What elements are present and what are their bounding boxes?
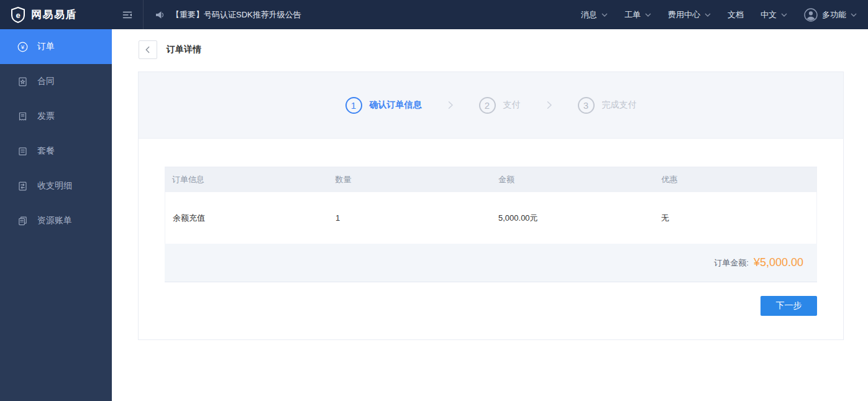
announcement-bar[interactable]: 【重要】号码认证SDK推荐升级公告 [144, 9, 301, 21]
sidebar-item-label: 收支明细 [37, 180, 72, 191]
cell-amount: 5,000.00元 [491, 213, 654, 224]
collapse-menu-icon [121, 9, 134, 21]
chevron-right-icon [544, 100, 554, 110]
order-table: 订单信息 数量 金额 优惠 余额充值 1 5,000.00元 无 订单金额: ¥… [165, 167, 817, 282]
topbar: e 网易易盾 【重要】号码认证SDK推荐升级公告 消息 [0, 0, 868, 29]
nav-work-orders[interactable]: 工单 [624, 9, 651, 21]
cell-order-info: 余额充值 [165, 213, 328, 224]
table-row: 余额充值 1 5,000.00元 无 [165, 192, 817, 244]
cell-discount: 无 [654, 213, 816, 224]
order-detail-card: 1 确认订单信息 2 支付 [138, 71, 844, 340]
sidebar-item-resource-bills[interactable]: 资源账单 [0, 203, 112, 238]
sidebar-item-invoices[interactable]: 发票 [0, 99, 112, 134]
sidebar-collapse-button[interactable] [112, 0, 144, 29]
sidebar-item-label: 资源账单 [37, 215, 72, 226]
speaker-icon [155, 10, 165, 20]
chevron-down-icon [645, 13, 651, 17]
step-label: 确认订单信息 [370, 99, 422, 111]
stepper-bar: 1 确认订单信息 2 支付 [139, 72, 843, 139]
nav-label: 中文 [761, 9, 777, 21]
contract-icon [17, 76, 28, 87]
svg-text:e: e [16, 10, 20, 19]
top-navigation: 消息 工单 费用中心 文档 中文 [581, 8, 868, 22]
order-total-value: ¥5,000.00 [754, 256, 803, 269]
sidebar-item-transactions[interactable]: 收支明细 [0, 168, 112, 203]
logo-text: 网易易盾 [31, 7, 77, 22]
order-total-label: 订单金额: [714, 257, 749, 269]
avatar-icon [804, 8, 818, 22]
shield-logo-icon: e [11, 7, 25, 23]
chevron-right-icon [445, 100, 455, 110]
sidebar-item-packages[interactable]: 套餐 [0, 134, 112, 168]
column-header-amount: 金额 [491, 174, 654, 185]
nav-label: 工单 [624, 9, 641, 21]
nav-label: 消息 [581, 9, 597, 21]
steps: 1 确认订单信息 2 支付 [345, 97, 637, 114]
column-header-order-info: 订单信息 [165, 174, 328, 185]
chevron-down-icon [705, 13, 711, 17]
nav-messages[interactable]: 消息 [581, 9, 608, 21]
step-confirm-order: 1 确认订单信息 [345, 97, 422, 114]
nav-language[interactable]: 中文 [761, 9, 787, 21]
user-menu[interactable]: 多功能 [804, 8, 857, 22]
chevron-left-icon [144, 45, 152, 54]
sidebar-item-label: 发票 [37, 111, 55, 122]
svg-text:¥: ¥ [21, 44, 25, 50]
main-content: 订单详情 1 确认订单信息 2 支付 [112, 29, 868, 401]
step-number-badge: 3 [578, 97, 595, 114]
order-total-row: 订单金额: ¥5,000.00 [165, 244, 817, 282]
chevron-down-icon [601, 13, 608, 17]
step-label: 支付 [503, 99, 521, 111]
nav-label: 费用中心 [668, 9, 700, 21]
package-icon [17, 146, 28, 157]
page-title: 订单详情 [167, 44, 201, 55]
logo[interactable]: e 网易易盾 [0, 0, 112, 29]
back-button[interactable] [139, 40, 157, 59]
sidebar: ¥ 订单 合同 发票 套餐 [0, 29, 112, 401]
nav-docs[interactable]: 文档 [728, 9, 744, 21]
chevron-down-icon [851, 13, 857, 17]
column-header-quantity: 数量 [328, 174, 491, 185]
step-pay: 2 支付 [479, 97, 521, 114]
nav-billing-center[interactable]: 费用中心 [668, 9, 711, 21]
invoice-icon [17, 111, 28, 122]
column-header-discount: 优惠 [654, 174, 818, 185]
step-number-badge: 2 [479, 97, 496, 114]
nav-label: 文档 [728, 9, 744, 21]
page-header: 订单详情 [112, 29, 868, 59]
transactions-icon [17, 181, 28, 191]
resource-bill-icon [17, 216, 28, 226]
next-step-button[interactable]: 下一步 [761, 296, 817, 316]
chevron-down-icon [781, 13, 787, 17]
sidebar-item-label: 套餐 [37, 145, 55, 157]
step-number-badge: 1 [345, 97, 362, 114]
order-yen-icon: ¥ [17, 42, 28, 52]
sidebar-item-label: 订单 [37, 41, 55, 52]
action-bar: 下一步 [165, 296, 817, 316]
step-label: 完成支付 [602, 99, 637, 111]
table-header-row: 订单信息 数量 金额 优惠 [165, 167, 817, 192]
user-menu-label: 多功能 [822, 9, 846, 21]
cell-quantity: 1 [328, 213, 491, 223]
step-payment-complete: 3 完成支付 [578, 97, 637, 114]
sidebar-item-contracts[interactable]: 合同 [0, 64, 112, 99]
sidebar-item-label: 合同 [37, 76, 55, 87]
sidebar-item-orders[interactable]: ¥ 订单 [0, 29, 112, 64]
announcement-text: 【重要】号码认证SDK推荐升级公告 [171, 9, 301, 21]
card-body: 订单信息 数量 金额 优惠 余额充值 1 5,000.00元 无 订单金额: ¥… [139, 139, 843, 316]
